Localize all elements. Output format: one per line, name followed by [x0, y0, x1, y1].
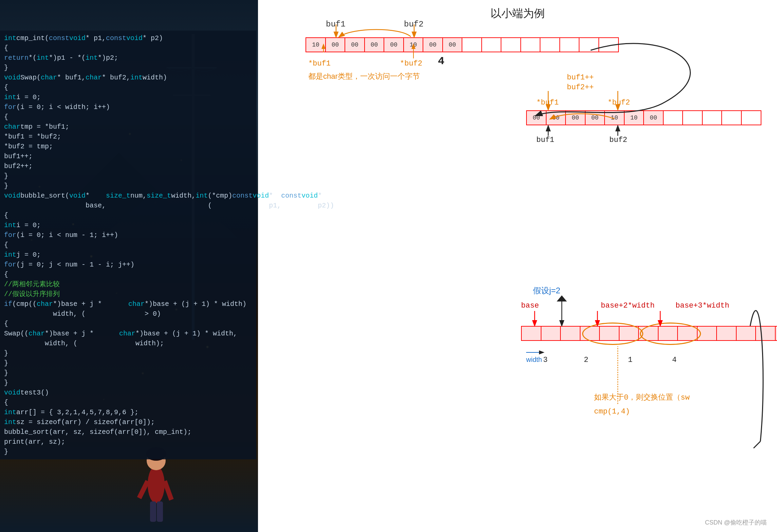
cell-12 [540, 37, 560, 52]
code-line: } [4, 348, 252, 358]
cell-7: 00 [442, 37, 463, 52]
code-line: } [4, 358, 252, 368]
b2 [560, 326, 580, 341]
mid-cell-5: 10 [624, 110, 644, 125]
cell-3: 00 [364, 37, 385, 52]
mid-cell-7 [663, 110, 683, 125]
cell-14 [579, 37, 599, 52]
mid-cell-1: 00 [546, 110, 566, 125]
code-line: { [4, 270, 252, 279]
code-line: { [4, 240, 252, 250]
num-4: 4 [672, 356, 677, 364]
buf2-bottom: buf2 [609, 136, 627, 144]
page-title: 以小端为例 [491, 6, 545, 21]
code-panel: int cmp_int(const void* p1, const void* … [0, 31, 256, 459]
b13 [775, 326, 777, 341]
code-line: char tmp = *buf1; [4, 122, 252, 132]
cmp-label: cmp(1,4) [594, 407, 630, 416]
char-annotation: 都是char类型，一次访问一个字节 [308, 71, 420, 81]
code-line: { [4, 43, 252, 53]
cell-2: 00 [345, 37, 365, 52]
num-1: 1 [628, 356, 632, 364]
code-line: } [4, 368, 252, 378]
base-label: base [521, 301, 539, 310]
code-line: int i = 0; [4, 220, 252, 230]
cell-6: 00 [423, 37, 443, 52]
code-line: void Swap(char* buf1, char* buf2,int wid… [4, 73, 252, 82]
ellipse-2 [640, 323, 701, 345]
code-line: } [4, 378, 252, 388]
svg-line-27 [754, 441, 760, 448]
code-line: *buf2 = tmp; [4, 142, 252, 151]
star-buf1-label: *buf1 [308, 59, 331, 68]
mid-cell-0: 00 [526, 110, 547, 125]
code-line: buf2++; [4, 161, 252, 171]
watermark: CSDN @偷吃橙子的喵 [705, 518, 767, 527]
cell-11 [520, 37, 541, 52]
cell-10 [501, 37, 521, 52]
code-line: int cmp_int(const void* p1, const void* … [4, 33, 252, 43]
code-line: print(arr, sz); [4, 437, 252, 447]
star-buf1-2: *buf1 [536, 98, 559, 107]
code-line: //两相邻元素比较 [4, 279, 252, 289]
b11 [736, 326, 756, 341]
svg-marker-24 [557, 295, 567, 301]
buf1-bottom: buf1 [536, 136, 554, 144]
code-line: *buf1 = *buf2; [4, 132, 252, 142]
star-buf2-label: *buf2 [400, 59, 422, 68]
b10 [716, 326, 737, 341]
code-line: if (cmp((char*)base + j * width, (char*)… [4, 299, 252, 319]
diagram-area: 以小端为例 buf1 buf2 10 00 00 00 00 10 00 00 … [258, 0, 777, 532]
num-3: 3 [543, 356, 548, 364]
b0 [521, 326, 541, 341]
mid-cell-3: 00 [585, 110, 605, 125]
cell-5: 10 [403, 37, 424, 52]
mid-cell-11 [741, 110, 761, 125]
code-line: } [4, 171, 252, 181]
cell-0: 10 [306, 37, 326, 52]
cell-9 [481, 37, 502, 52]
cell-1: 00 [325, 37, 346, 52]
b12 [755, 326, 776, 341]
number4-label: 4 [438, 55, 444, 68]
base2w-label: base+2*width [601, 301, 654, 310]
code-line: int sz = sizeof(arr) / sizeof(arr[0]); [4, 417, 252, 427]
buf2-top-label: buf2 [404, 20, 424, 29]
code-line: } [4, 63, 252, 73]
code-line: } [4, 447, 252, 457]
code-line: void test3() [4, 388, 252, 398]
code-line: int j = 0; [4, 250, 252, 260]
assume-j2-label: 假设j=2 [533, 285, 560, 296]
code-line: { [4, 112, 252, 122]
mid-mem-array: 00 00 00 00 10 10 00 [526, 110, 760, 125]
ellipse-1 [582, 323, 643, 345]
num-2: 2 [584, 356, 588, 364]
star-buf2-2: *buf2 [608, 98, 630, 107]
code-line: { [4, 319, 252, 329]
b1 [541, 326, 561, 341]
code-line: buf1++; [4, 151, 252, 161]
code-line: for (j = 0; j < num - 1 - i; j++) [4, 260, 252, 270]
code-line: } [4, 181, 252, 191]
swap-label: 如果大于0，则交换位置（sw [594, 392, 690, 402]
code-line: { [4, 398, 252, 407]
code-line: for (i = 0; i < width; i++) [4, 102, 252, 112]
code-line: int arr[] = { 3,2,1,4,5,7,8,9,6 }; [4, 407, 252, 417]
cell-8 [462, 37, 482, 52]
mid-cell-2: 00 [565, 110, 586, 125]
mid-cell-9 [702, 110, 722, 125]
cell-13 [559, 37, 580, 52]
mid-cell-6: 00 [643, 110, 664, 125]
cell-15 [598, 37, 619, 52]
code-line: { [4, 82, 252, 92]
mid-cell-10 [721, 110, 742, 125]
code-line: //假设以升序排列 [4, 289, 252, 299]
code-line: Swap((char*)base + j * width, (char*)bas… [4, 329, 252, 348]
code-line: { [4, 210, 252, 220]
width-label: width [526, 356, 542, 364]
code-line: bubble_sort(arr, sz, sizeof(arr[0]), cmp… [4, 427, 252, 437]
mid-cell-4: 10 [604, 110, 625, 125]
code-line: int i = 0; [4, 92, 252, 102]
code-line: return *(int*)p1 - *(int*)p2; [4, 53, 252, 63]
cell-4: 00 [384, 37, 404, 52]
